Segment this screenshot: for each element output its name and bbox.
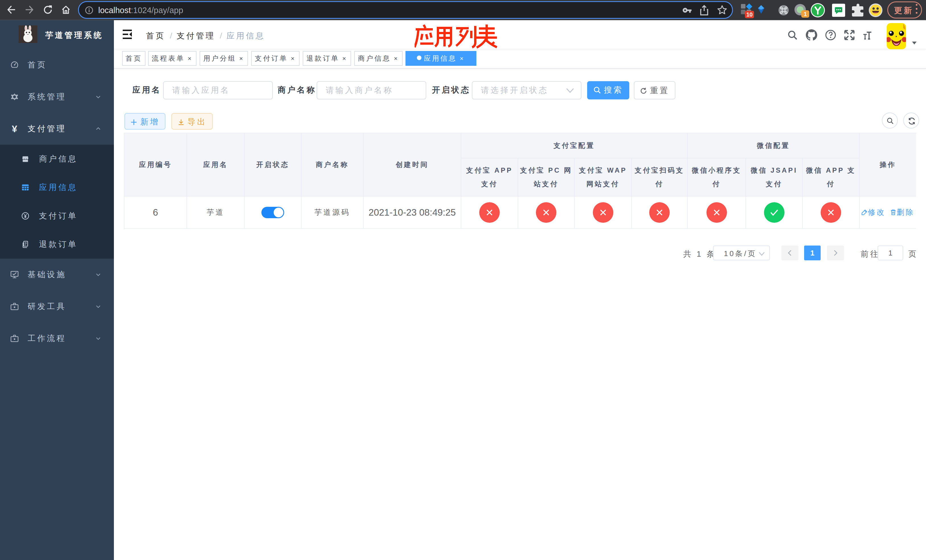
svg-text:10: 10 xyxy=(746,11,753,18)
svg-text:1: 1 xyxy=(803,11,807,17)
